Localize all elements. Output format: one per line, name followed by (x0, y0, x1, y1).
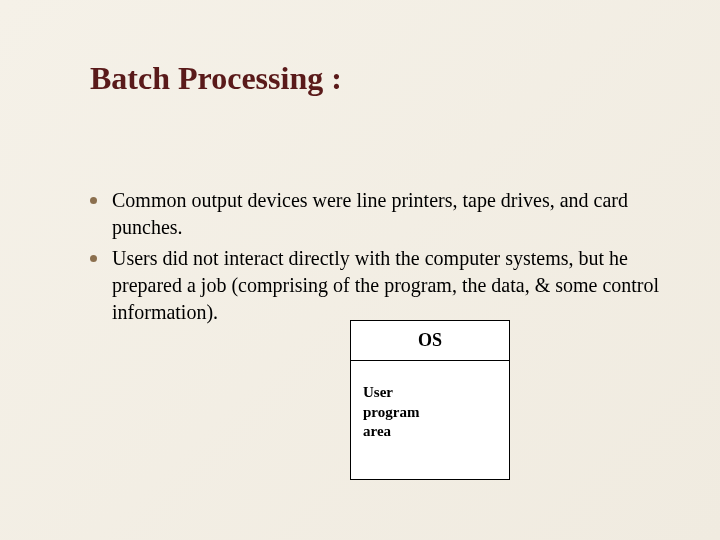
bullet-list: Common output devices were line printers… (90, 187, 660, 326)
bullet-item: Common output devices were line printers… (90, 187, 660, 241)
slide-title: Batch Processing : (90, 60, 660, 97)
memory-diagram: OS User program area (350, 320, 510, 480)
diagram-label-line: area (363, 422, 497, 442)
diagram-user-area-box: User program area (350, 360, 510, 480)
diagram-os-box: OS (350, 320, 510, 360)
diagram-label-line: User (363, 383, 497, 403)
diagram-label-line: program (363, 403, 497, 423)
bullet-item: Users did not interact directly with the… (90, 245, 660, 326)
slide: Batch Processing : Common output devices… (0, 0, 720, 540)
